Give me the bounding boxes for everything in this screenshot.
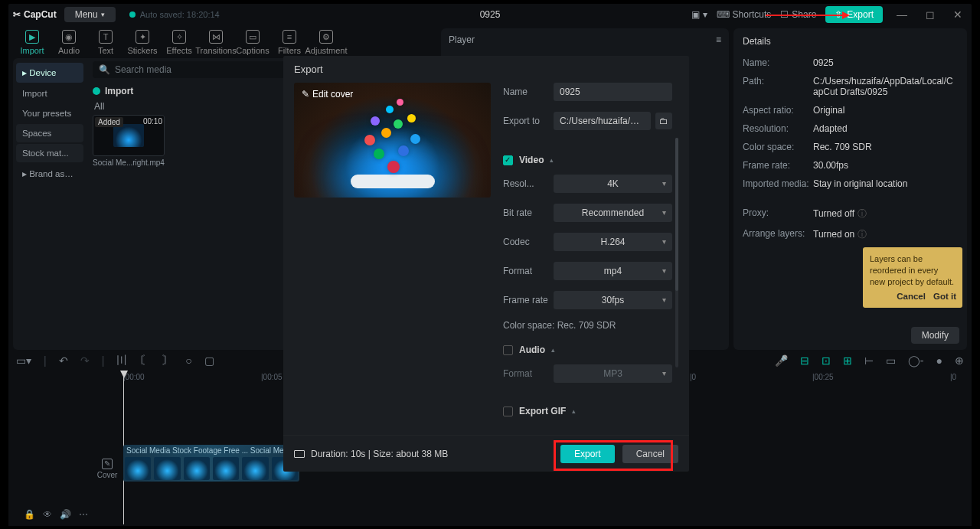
tool-circle[interactable]: ○: [185, 354, 191, 367]
sidebar-spaces[interactable]: Spaces: [16, 124, 83, 142]
tab-captions[interactable]: ▭Captions: [235, 30, 270, 55]
info-icon[interactable]: ⓘ: [858, 208, 867, 219]
tab-audio[interactable]: ◉Audio: [51, 30, 87, 55]
gif-checkbox[interactable]: [503, 407, 513, 416]
videoformat-select[interactable]: mp4▾: [554, 262, 672, 280]
autosave-status: Auto saved: 18:20:14: [129, 10, 220, 19]
tool-zoom[interactable]: ⊕: [955, 354, 964, 367]
tl-lock-icon[interactable]: 🔒: [24, 509, 35, 520]
tab-import[interactable]: ▶Import: [15, 30, 50, 55]
info-icon[interactable]: ⓘ: [858, 229, 867, 240]
tab-effects[interactable]: ✧Effects: [162, 30, 197, 55]
tool-f[interactable]: ◯-: [908, 354, 924, 367]
tool-g[interactable]: ●: [936, 354, 942, 367]
resolution-select[interactable]: 4K▾: [554, 175, 672, 193]
maximize-button[interactable]: ◻: [921, 8, 939, 21]
sidebar-stock[interactable]: Stock mat...: [16, 144, 83, 162]
export-button[interactable]: ⇧ Export: [825, 6, 883, 23]
tl-speaker-icon[interactable]: 🔊: [60, 509, 71, 520]
audioformat-select[interactable]: MP3▾: [554, 364, 672, 383]
dialog-export-button[interactable]: Export: [560, 445, 615, 463]
sidebar-import[interactable]: Import: [16, 84, 83, 103]
tool-b[interactable]: ⊡: [822, 354, 831, 367]
share-button[interactable]: ☐ Share: [780, 9, 816, 20]
dialog-cancel-button[interactable]: Cancel: [622, 445, 678, 463]
hint-cancel[interactable]: Cancel: [897, 291, 926, 303]
tool-a[interactable]: ⊟: [800, 354, 809, 367]
sidebar-device[interactable]: ▸ Device: [16, 63, 83, 83]
export-name-input[interactable]: 0925: [554, 83, 672, 101]
tool-shield[interactable]: ▢: [204, 354, 214, 367]
ruler-mark: |00:25: [812, 373, 834, 381]
tab-transitions[interactable]: ⋈Transitions: [198, 30, 234, 55]
project-title: 0925: [480, 9, 501, 20]
details-title: Details: [743, 36, 958, 47]
shortcuts-button[interactable]: ⌨ Shortcuts: [717, 9, 772, 20]
tool-select[interactable]: ▭▾: [16, 354, 31, 367]
tab-text[interactable]: TText: [88, 30, 123, 55]
browse-folder-button[interactable]: 🗀: [655, 113, 672, 129]
tool-split[interactable]: 〣: [116, 354, 127, 367]
bitrate-select[interactable]: Recommended▾: [554, 204, 672, 222]
ruler-mark: |00:00: [123, 373, 145, 381]
codec-select[interactable]: H.264▾: [554, 233, 672, 251]
cover-button[interactable]: ✎Cover: [93, 459, 121, 482]
tool-redo[interactable]: ↷: [80, 354, 90, 367]
tool-e[interactable]: ▭: [886, 354, 896, 367]
tl-eye-icon[interactable]: 👁: [43, 509, 52, 520]
video-checkbox[interactable]: [503, 155, 513, 165]
tool-c[interactable]: ⊞: [843, 354, 852, 367]
dialog-scrollbar[interactable]: [675, 138, 678, 367]
tool-mic[interactable]: 🎤: [775, 354, 788, 367]
duration-size-label: Duration: 10s | Size: about 38 MB: [294, 449, 448, 459]
modify-button[interactable]: Modify: [911, 327, 959, 344]
dialog-title: Export: [283, 56, 689, 83]
ruler-mark: |00:05: [261, 373, 283, 381]
tab-adjustment[interactable]: ⚙Adjustment: [309, 30, 344, 55]
tab-stickers[interactable]: ✦Stickers: [125, 30, 160, 55]
menu-button[interactable]: Menu ▾: [64, 7, 116, 22]
media-thumb[interactable]: Added 00:10 Social Me...right.mp4: [93, 115, 165, 167]
timeline-clip[interactable]: Social Media Stock Footage Free ... Soci…: [123, 445, 299, 482]
sidebar-brand[interactable]: ▸ Brand assets: [16, 164, 83, 184]
tool-undo[interactable]: ↶: [59, 354, 68, 367]
tool-trim-right[interactable]: 〙: [162, 354, 173, 367]
export-dialog: Export ✎ Edit cover: [283, 56, 689, 472]
hint-tooltip: Layers can be reordered in every new pro…: [863, 247, 962, 308]
layout-icon[interactable]: ▣ ▾: [691, 9, 707, 20]
audio-checkbox[interactable]: [503, 345, 513, 355]
framerate-select[interactable]: 30fps▾: [554, 291, 672, 309]
minimize-button[interactable]: —: [892, 8, 912, 21]
tool-trim-left[interactable]: 〘: [139, 354, 150, 367]
close-button[interactable]: ✕: [949, 8, 967, 21]
export-preview: ✎ Edit cover: [294, 83, 491, 198]
tl-more-icon[interactable]: ⋯: [79, 509, 88, 520]
tool-d[interactable]: ⊢: [864, 354, 874, 367]
export-path-input[interactable]: C:/Users/huzaifa/App...: [554, 112, 651, 130]
sidebar-presets[interactable]: Your presets: [16, 104, 83, 122]
ruler-mark: |0: [690, 373, 696, 381]
hint-gotit[interactable]: Got it: [933, 291, 956, 303]
colorspace-note: Color space: Rec. 709 SDR: [503, 320, 672, 331]
thumb-duration: 00:10: [143, 117, 162, 126]
ruler-mark: |0: [950, 373, 956, 381]
thumb-caption: Social Me...right.mp4: [93, 158, 165, 167]
thumb-added-badge: Added: [95, 117, 123, 127]
player-label: Player: [449, 34, 475, 45]
tab-filters[interactable]: ≡Filters: [272, 30, 307, 55]
player-menu-icon[interactable]: ≡: [716, 34, 721, 45]
app-logo: ✂ CapCut: [13, 9, 57, 20]
